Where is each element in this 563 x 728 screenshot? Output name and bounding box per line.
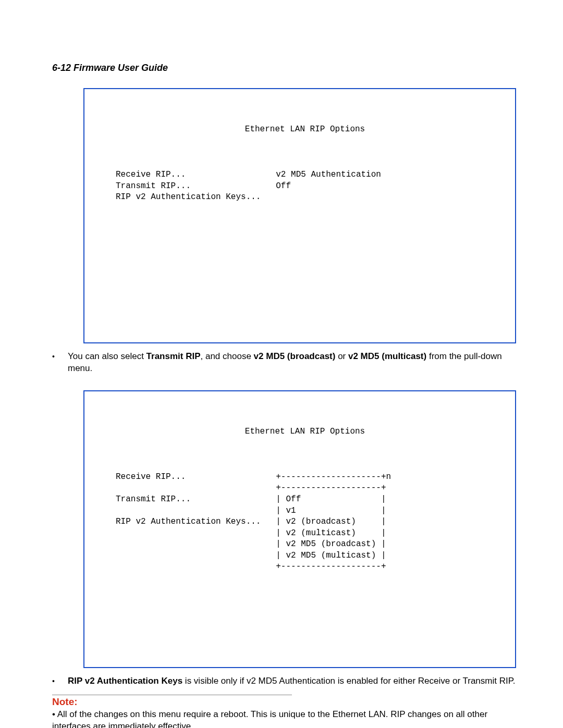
note-top-rule — [52, 695, 292, 695]
bullet-2-span-post: is visible only if v2 MD5 Authentication… — [182, 676, 515, 686]
note-line-1: • All of the changes on this menu requir… — [52, 709, 516, 728]
page: 6-12 Firmware User Guide Ethernet LAN RI… — [0, 0, 563, 728]
terminal-box-2: Ethernet LAN RIP Options Receive RIP... … — [83, 390, 516, 668]
note-label: Note: — [52, 696, 516, 708]
note-body: • All of the changes on this menu requir… — [52, 709, 516, 728]
bullet-2: • RIP v2 Authentication Keys is visible … — [52, 675, 516, 687]
page-header: 6-12 Firmware User Guide — [52, 63, 516, 73]
bullet-1-bold-3: v2 MD5 (multicast) — [348, 351, 426, 361]
bullet-2-bold: RIP v2 Authentication Keys — [68, 676, 182, 686]
bullet-1-span-mid1: , and choose — [201, 351, 254, 361]
bullet-1: • You can also select Transmit RIP, and … — [52, 351, 516, 375]
bullet-dot-icon: • — [52, 675, 68, 686]
bullet-1-span-mid2: or — [335, 351, 348, 361]
terminal-2-body: Receive RIP... +--------------------+n +… — [116, 472, 494, 640]
bullet-1-text: You can also select Transmit RIP, and ch… — [68, 351, 516, 375]
terminal-2-title: Ethernet LAN RIP Options — [116, 426, 494, 438]
terminal-1-body: Receive RIP... v2 MD5 Authentication Tra… — [116, 169, 494, 316]
bullet-1-bold-2: v2 MD5 (broadcast) — [254, 351, 336, 361]
terminal-box-1: Ethernet LAN RIP Options Receive RIP... … — [83, 88, 516, 343]
bullet-1-bold-1: Transmit RIP — [146, 351, 201, 361]
bullet-1-span-pre: You can also select — [68, 351, 146, 361]
bullet-2-text: RIP v2 Authentication Keys is visible on… — [68, 675, 516, 687]
bullet-dot-icon: • — [52, 351, 68, 362]
terminal-1-title: Ethernet LAN RIP Options — [116, 124, 494, 135]
note-block: Note: • All of the changes on this menu … — [52, 695, 516, 728]
